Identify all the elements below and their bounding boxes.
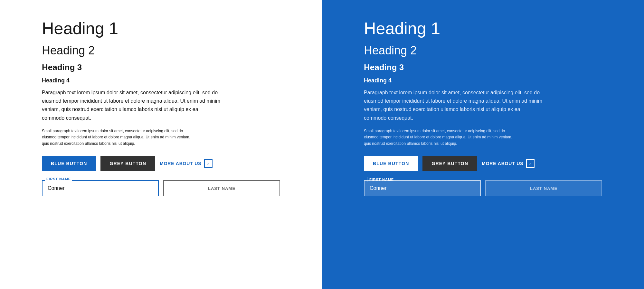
right-heading1: Heading 1 xyxy=(364,19,602,38)
left-panel: Heading 1 Heading 2 Heading 3 Heading 4 … xyxy=(0,0,322,289)
right-link-arrow-icon: › xyxy=(526,159,535,168)
right-grey-button[interactable]: GREY BUTTON xyxy=(422,156,477,171)
right-form-row: FIRST NAME LAST NAME xyxy=(364,180,602,196)
left-firstname-label: FIRST NAME xyxy=(45,177,72,181)
right-link-label: MORE ABOUT US xyxy=(482,161,523,166)
left-para-small: Small paragraph textlorem ipsum dolor si… xyxy=(42,128,196,147)
right-para-large: Paragraph text lorem ipsum dolor sit ame… xyxy=(364,89,544,123)
left-link-button[interactable]: MORE ABOUT US › xyxy=(160,159,212,168)
right-para-small: Small paragraph textlorem ipsum dolor si… xyxy=(364,128,518,147)
left-heading4: Heading 4 xyxy=(42,77,280,84)
left-form-row: FIRST NAME LAST NAME xyxy=(42,180,280,196)
left-firstname-input[interactable] xyxy=(42,180,159,196)
right-panel: Heading 1 Heading 2 Heading 3 Heading 4 … xyxy=(322,0,644,289)
left-firstname-group: FIRST NAME xyxy=(42,180,159,196)
left-lastname-group: LAST NAME xyxy=(163,180,280,196)
left-lastname-input[interactable] xyxy=(163,180,280,196)
right-heading4: Heading 4 xyxy=(364,77,602,84)
right-blue-button[interactable]: BLUE BUTTON xyxy=(364,156,418,171)
left-grey-button[interactable]: GREY BUTTON xyxy=(100,156,155,171)
left-buttons-row: BLUE BUTTON GREY BUTTON MORE ABOUT US › xyxy=(42,156,280,171)
right-lastname-input[interactable] xyxy=(485,180,602,196)
right-lastname-group: LAST NAME xyxy=(485,180,602,196)
right-firstname-label: FIRST NAME xyxy=(367,177,396,182)
right-buttons-row: BLUE BUTTON GREY BUTTON MORE ABOUT US › xyxy=(364,156,602,171)
left-heading1: Heading 1 xyxy=(42,19,280,38)
left-heading3: Heading 3 xyxy=(42,62,280,72)
left-link-arrow-icon: › xyxy=(204,159,213,168)
left-para-large: Paragraph text lorem ipsum dolor sit ame… xyxy=(42,89,222,123)
right-link-button[interactable]: MORE ABOUT US › xyxy=(482,159,534,168)
right-firstname-input[interactable] xyxy=(364,180,481,196)
left-blue-button[interactable]: BLUE BUTTON xyxy=(42,156,96,171)
left-heading2: Heading 2 xyxy=(42,43,280,57)
left-link-label: MORE ABOUT US xyxy=(160,161,201,166)
right-firstname-group: FIRST NAME xyxy=(364,180,481,196)
right-heading3: Heading 3 xyxy=(364,62,602,72)
right-heading2: Heading 2 xyxy=(364,43,602,57)
